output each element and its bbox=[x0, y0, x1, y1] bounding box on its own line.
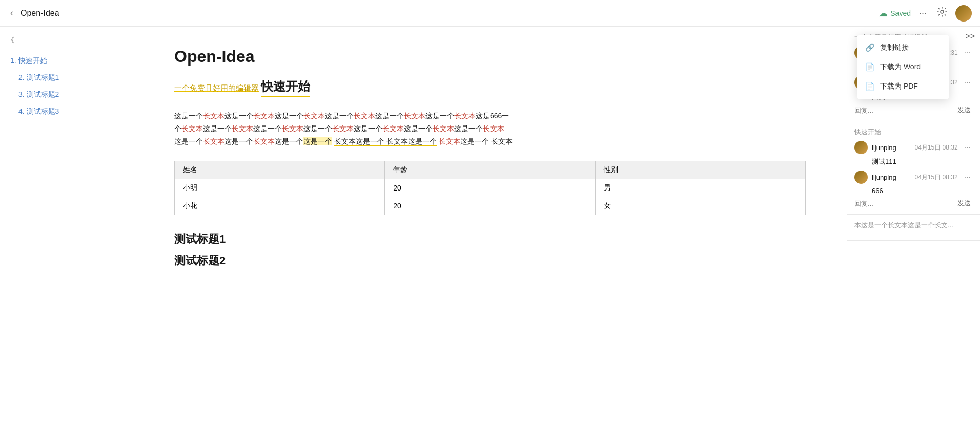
download-pdf-label: 下载为 PDF bbox=[880, 82, 918, 91]
comment-meta-2-1: lijunping 04月15日 08:32 ··· bbox=[854, 141, 973, 154]
text-highlight-red-16: 长文本 bbox=[439, 137, 460, 145]
comment-more-btn-2-2[interactable]: ··· bbox=[962, 173, 973, 182]
saved-button[interactable]: ☁ Saved bbox=[879, 8, 911, 19]
sidebar: 《 1. 快速开始 2. 测试标题1 3. 测试标题2 4. 测试标题3 bbox=[0, 27, 133, 444]
section-heading-test2: 测试标题2 bbox=[174, 253, 806, 268]
comment-body-2-2: 666 bbox=[872, 187, 973, 195]
header-left: ‹ Open-Idea bbox=[8, 6, 59, 20]
table-header-age: 年龄 bbox=[385, 161, 595, 179]
back-button[interactable]: ‹ bbox=[8, 6, 15, 20]
comment-body-2-1: 测试111 bbox=[872, 157, 973, 166]
text-highlight-red-15: 长文本 bbox=[253, 137, 275, 145]
cloud-icon: ☁ bbox=[879, 8, 888, 19]
table-cell-name-2: 小花 bbox=[175, 197, 385, 215]
text-highlight-red-3: 长文本 bbox=[303, 112, 325, 120]
text-highlight-yellow-1: 这是一个 bbox=[303, 137, 332, 145]
table-header-name: 姓名 bbox=[175, 161, 385, 179]
comment-ref-text-3: 本这是一个长文本这是一个长文... bbox=[854, 221, 973, 230]
copy-link-label: 复制链接 bbox=[880, 43, 909, 52]
comment-time-2-1: 04月15日 08:32 bbox=[915, 143, 958, 152]
dropdown-menu: 🔗 复制链接 📄 下载为 Word 📄 下载为 PDF bbox=[857, 35, 949, 99]
dropdown-download-word[interactable]: 📄 下载为 Word bbox=[857, 57, 949, 77]
panel-nav-right-1[interactable]: >> bbox=[965, 32, 975, 41]
comment-meta-2-2: lijunping 04月15日 08:32 ··· bbox=[854, 171, 973, 184]
doc-table: 姓名 年龄 性别 小明 20 男 小花 20 女 bbox=[174, 161, 806, 215]
section-heading-test1: 测试标题1 bbox=[174, 231, 806, 247]
comment-card-3: 本这是一个长文本这是一个长文... bbox=[847, 215, 980, 241]
sidebar-item-test3[interactable]: 4. 测试标题3 bbox=[0, 103, 133, 120]
sidebar-item-quick-start[interactable]: 1. 快速开始 bbox=[0, 52, 133, 69]
settings-button[interactable] bbox=[935, 5, 949, 22]
word-icon: 📄 bbox=[865, 62, 875, 72]
sidebar-nav: 1. 快速开始 2. 测试标题1 3. 测试标题2 4. 测试标题3 bbox=[0, 48, 133, 124]
text-highlight-red-6: 长文本 bbox=[454, 112, 476, 120]
sidebar-collapse-button[interactable]: 《 bbox=[0, 33, 22, 48]
text-highlight-red-12: 长文本 bbox=[433, 124, 454, 133]
table-cell-gender-2: 女 bbox=[595, 197, 805, 215]
text-highlight-red-8: 长文本 bbox=[232, 124, 253, 133]
text-highlight-red-10: 长文本 bbox=[332, 124, 354, 133]
table-cell-gender-1: 男 bbox=[595, 179, 805, 197]
comment-time-2-2: 04月15日 08:32 bbox=[915, 173, 958, 182]
comment-author-2-1: lijunping bbox=[872, 144, 896, 152]
header: ‹ Open-Idea ☁ Saved ··· bbox=[0, 0, 980, 27]
header-title: Open-Idea bbox=[21, 9, 59, 18]
table-cell-name-1: 小明 bbox=[175, 179, 385, 197]
text-underline-yellow-1: 长文本这是一个 长文本这是一个 bbox=[334, 137, 437, 146]
comment-more-btn-2-1[interactable]: ··· bbox=[962, 143, 973, 152]
text-highlight-red-11: 长文本 bbox=[382, 124, 404, 133]
more-button[interactable]: ··· bbox=[917, 6, 929, 20]
svg-point-0 bbox=[941, 10, 944, 13]
avatar-image bbox=[955, 5, 972, 22]
comment-author-2-2: lijunping bbox=[872, 174, 896, 181]
doc-title: Open-Idea bbox=[174, 47, 806, 66]
dropdown-copy-link[interactable]: 🔗 复制链接 bbox=[857, 38, 949, 57]
pdf-icon: 📄 bbox=[865, 82, 875, 91]
comment-reply-input-1[interactable] bbox=[854, 107, 955, 114]
download-word-label: 下载为 Word bbox=[880, 62, 921, 72]
table-cell-age-2: 20 bbox=[385, 197, 595, 215]
doc-paragraph-1: 这是一个长文本这是一个长文本这是一个长文本这是一个长文本这是一个长文本这是一个长… bbox=[174, 110, 806, 149]
text-highlight-red-14: 长文本 bbox=[203, 137, 224, 145]
comment-avatar-2-2 bbox=[854, 171, 868, 184]
text-highlight-red-9: 长文本 bbox=[282, 124, 303, 133]
main-layout: 《 1. 快速开始 2. 测试标题1 3. 测试标题2 4. 测试标题3 Ope… bbox=[0, 27, 980, 444]
text-highlight-red-5: 长文本 bbox=[404, 112, 425, 120]
comment-card-2: 快速开始 lijunping 04月15日 08:32 ··· 测试111 li… bbox=[847, 121, 980, 215]
table-header-gender: 性别 bbox=[595, 161, 805, 179]
doc-subtitle: 一个免费且好用的编辑器 bbox=[174, 83, 259, 93]
user-avatar[interactable] bbox=[955, 5, 972, 22]
content-area: Open-Idea 一个免费且好用的编辑器 快速开始 这是一个长文本这是一个长文… bbox=[133, 27, 847, 444]
table-row: 小明 20 男 bbox=[175, 179, 806, 197]
table-cell-age-1: 20 bbox=[385, 179, 595, 197]
sidebar-item-test2[interactable]: 3. 测试标题2 bbox=[0, 86, 133, 103]
header-right: ☁ Saved ··· bbox=[879, 5, 972, 22]
saved-label: Saved bbox=[890, 9, 911, 17]
section-heading-quick-start: 快速开始 bbox=[261, 78, 310, 97]
text-highlight-red-1: 长文本 bbox=[203, 112, 224, 120]
table-row: 小花 20 女 bbox=[175, 197, 806, 215]
text-highlight-red-2: 长文本 bbox=[253, 112, 275, 120]
comment-send-btn-2[interactable]: 发送 bbox=[955, 199, 973, 208]
comment-reply-row-1: 发送 bbox=[854, 105, 973, 115]
comment-ref-text-2: 快速开始 bbox=[854, 128, 973, 137]
sidebar-item-test1[interactable]: 2. 测试标题1 bbox=[0, 69, 133, 86]
settings-icon bbox=[937, 7, 947, 17]
text-highlight-red-13: 长文本 bbox=[483, 124, 504, 133]
dropdown-download-pdf[interactable]: 📄 下载为 PDF bbox=[857, 77, 949, 96]
comment-more-btn-1-2[interactable]: ··· bbox=[962, 78, 973, 87]
comment-reply-input-2[interactable] bbox=[854, 200, 955, 207]
text-highlight-red-4: 长文本 bbox=[354, 112, 375, 120]
comment-send-btn-1[interactable]: 发送 bbox=[955, 105, 973, 115]
comment-avatar-2-1 bbox=[854, 141, 868, 154]
comment-reply-row-2: 发送 bbox=[854, 199, 973, 208]
text-highlight-red-7: 长文本 bbox=[181, 124, 203, 133]
copy-link-icon: 🔗 bbox=[865, 43, 875, 52]
comment-more-btn-1-1[interactable]: ··· bbox=[962, 48, 973, 57]
